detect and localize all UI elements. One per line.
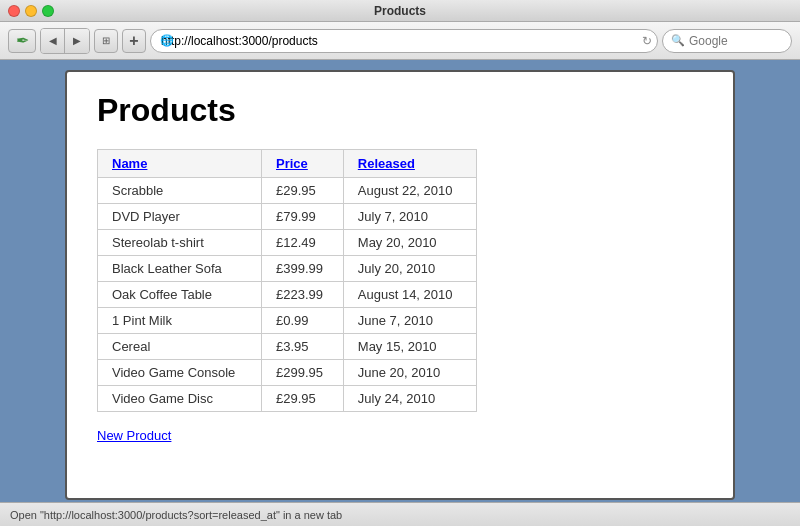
toolbar: ✒ ◀ ▶ ⊞ + 🌐 ↻ 🔍 [0,22,800,60]
product-price: £223.99 [262,282,344,308]
search-icon: 🔍 [671,34,685,47]
product-name: Scrabble [98,178,262,204]
table-row: Scrabble£29.95August 22, 2010 [98,178,477,204]
evernote-button[interactable]: ✒ [8,29,36,53]
add-tab-button[interactable]: + [122,29,146,53]
close-button[interactable] [8,5,20,17]
page-title: Products [97,92,703,129]
product-price: £29.95 [262,386,344,412]
product-released: June 7, 2010 [343,308,476,334]
product-released: August 14, 2010 [343,282,476,308]
status-text: Open "http://localhost:3000/products?sor… [10,509,342,521]
products-table: Name Price Released Scrabble£29.95August… [97,149,477,412]
maximize-button[interactable] [42,5,54,17]
product-price: £79.99 [262,204,344,230]
bookmarks-button[interactable]: ⊞ [94,29,118,53]
product-released: July 24, 2010 [343,386,476,412]
window-title: Products [374,4,426,18]
product-released: June 20, 2010 [343,360,476,386]
back-button[interactable]: ◀ [41,29,65,53]
table-row: Video Game Console£299.95June 20, 2010 [98,360,477,386]
col-header-price: Price [262,150,344,178]
product-price: £29.95 [262,178,344,204]
product-price: £399.99 [262,256,344,282]
product-price: £12.49 [262,230,344,256]
product-name: DVD Player [98,204,262,230]
search-input[interactable] [689,34,769,48]
product-released: May 20, 2010 [343,230,476,256]
table-row: Stereolab t-shirt£12.49May 20, 2010 [98,230,477,256]
col-header-released: Released [343,150,476,178]
product-name: Video Game Disc [98,386,262,412]
traffic-lights [8,5,54,17]
product-price: £0.99 [262,308,344,334]
table-row: Cereal£3.95May 15, 2010 [98,334,477,360]
url-globe-icon: 🌐 [160,34,174,47]
new-product-link[interactable]: New Product [97,428,171,443]
nav-buttons: ◀ ▶ [40,28,90,54]
product-released: May 15, 2010 [343,334,476,360]
table-row: Oak Coffee Table£223.99August 14, 2010 [98,282,477,308]
add-icon: + [129,32,138,50]
browser-content: Products Name Price Released Scrabble£29… [65,70,735,500]
table-row: Black Leather Sofa£399.99July 20, 2010 [98,256,477,282]
name-sort-link[interactable]: Name [112,156,147,171]
product-released: July 20, 2010 [343,256,476,282]
url-input[interactable] [150,29,658,53]
table-row: DVD Player£79.99July 7, 2010 [98,204,477,230]
product-name: 1 Pint Milk [98,308,262,334]
bookmarks-icon: ⊞ [102,35,110,46]
status-bar: Open "http://localhost:3000/products?sor… [0,502,800,526]
table-row: Video Game Disc£29.95July 24, 2010 [98,386,477,412]
col-header-name: Name [98,150,262,178]
title-bar: Products [0,0,800,22]
table-body: Scrabble£29.95August 22, 2010DVD Player£… [98,178,477,412]
url-bar-container: 🌐 ↻ [150,29,658,53]
product-name: Cereal [98,334,262,360]
price-sort-link[interactable]: Price [276,156,308,171]
back-icon: ◀ [49,35,57,46]
table-row: 1 Pint Milk£0.99June 7, 2010 [98,308,477,334]
forward-icon: ▶ [73,35,81,46]
product-name: Video Game Console [98,360,262,386]
product-name: Oak Coffee Table [98,282,262,308]
product-name: Black Leather Sofa [98,256,262,282]
released-sort-link[interactable]: Released [358,156,415,171]
search-container: 🔍 [662,29,792,53]
product-released: July 7, 2010 [343,204,476,230]
product-released: August 22, 2010 [343,178,476,204]
product-name: Stereolab t-shirt [98,230,262,256]
content-area: Products Name Price Released Scrabble£29… [0,60,800,502]
table-header-row: Name Price Released [98,150,477,178]
refresh-button[interactable]: ↻ [642,34,652,48]
minimize-button[interactable] [25,5,37,17]
product-price: £3.95 [262,334,344,360]
forward-button[interactable]: ▶ [65,29,89,53]
product-price: £299.95 [262,360,344,386]
evernote-icon: ✒ [16,31,29,50]
